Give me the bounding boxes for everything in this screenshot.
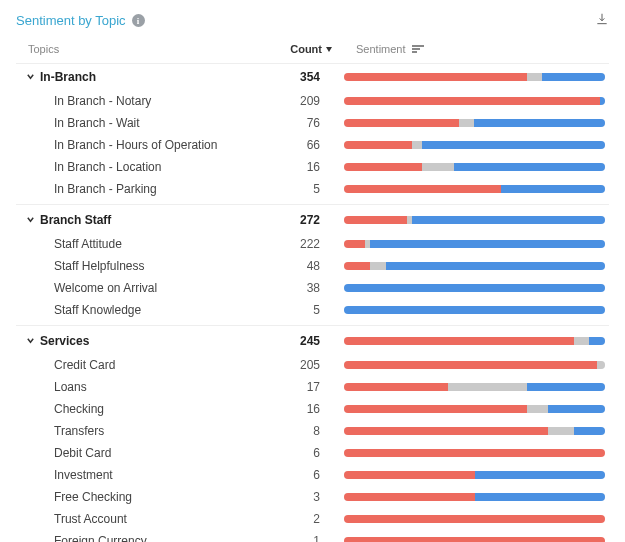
info-icon[interactable]: i	[132, 14, 145, 27]
chevron-down-icon	[22, 334, 38, 348]
group-row[interactable]: Branch Staff 272	[16, 207, 609, 233]
topic-count: 222	[274, 237, 320, 251]
col-header-count-label: Count	[290, 43, 322, 55]
group-count: 245	[274, 334, 320, 348]
column-headers: Topics Count Sentiment	[16, 37, 609, 64]
sentiment-bar	[344, 537, 605, 542]
topic-rows-container: In-Branch 354 In Branch - Notary 209 In …	[16, 64, 609, 542]
topic-row[interactable]: Welcome on Arrival 38	[16, 277, 609, 299]
topic-label: Checking	[54, 402, 104, 416]
sentiment-bar	[344, 216, 605, 224]
sentiment-bar	[344, 361, 605, 369]
topic-count: 3	[274, 490, 320, 504]
sentiment-bar	[344, 471, 605, 479]
topic-row[interactable]: In Branch - Wait 76	[16, 112, 609, 134]
sentiment-bar	[344, 449, 605, 457]
topic-count: 76	[274, 116, 320, 130]
topic-count: 16	[274, 160, 320, 174]
col-header-count[interactable]: Count	[274, 43, 332, 55]
sentiment-bar	[344, 73, 605, 81]
col-header-topics[interactable]: Topics	[28, 43, 274, 55]
sentiment-bar	[344, 405, 605, 413]
group-label: In-Branch	[40, 70, 96, 84]
topic-label: In Branch - Parking	[54, 182, 157, 196]
sentiment-bar	[344, 163, 605, 171]
topic-label: Staff Knowledge	[54, 303, 141, 317]
topic-count: 38	[274, 281, 320, 295]
topic-count: 5	[274, 182, 320, 196]
topic-row[interactable]: Checking 16	[16, 398, 609, 420]
topic-row[interactable]: Trust Account 2	[16, 508, 609, 530]
topic-count: 16	[274, 402, 320, 416]
topic-label: In Branch - Hours of Operation	[54, 138, 217, 152]
sentiment-bar	[344, 185, 605, 193]
topic-label: Staff Attitude	[54, 237, 122, 251]
col-header-sentiment[interactable]: Sentiment	[332, 43, 424, 55]
topic-count: 1	[274, 534, 320, 542]
topic-count: 209	[274, 94, 320, 108]
topic-label: Transfers	[54, 424, 104, 438]
sentiment-bar	[344, 306, 605, 314]
topic-count: 205	[274, 358, 320, 372]
topic-label: Welcome on Arrival	[54, 281, 157, 295]
widget-title[interactable]: Sentiment by Topic	[16, 13, 126, 28]
sentiment-bar	[344, 337, 605, 345]
topic-row[interactable]: In Branch - Notary 209	[16, 90, 609, 112]
topic-row[interactable]: Debit Card 6	[16, 442, 609, 464]
topic-label: Free Checking	[54, 490, 132, 504]
sentiment-bar	[344, 119, 605, 127]
sentiment-bar	[344, 262, 605, 270]
group-row[interactable]: Services 245	[16, 328, 609, 354]
download-icon[interactable]	[595, 12, 609, 29]
topic-label: In Branch - Location	[54, 160, 161, 174]
topic-label: Foreign Currency	[54, 534, 147, 542]
widget-header: Sentiment by Topic i	[16, 12, 609, 29]
topic-label: Debit Card	[54, 446, 111, 460]
topic-count: 2	[274, 512, 320, 526]
sentiment-bar	[344, 515, 605, 523]
topic-row[interactable]: Credit Card 205	[16, 354, 609, 376]
topic-label: Staff Helpfulness	[54, 259, 145, 273]
sentiment-bar	[344, 141, 605, 149]
topic-label: In Branch - Notary	[54, 94, 151, 108]
topic-count: 66	[274, 138, 320, 152]
topic-count: 48	[274, 259, 320, 273]
topic-row[interactable]: In Branch - Hours of Operation 66	[16, 134, 609, 156]
group-label: Branch Staff	[40, 213, 111, 227]
topic-row[interactable]: Staff Attitude 222	[16, 233, 609, 255]
topic-row[interactable]: In Branch - Location 16	[16, 156, 609, 178]
topic-count: 6	[274, 446, 320, 460]
group-count: 272	[274, 213, 320, 227]
topic-count: 8	[274, 424, 320, 438]
sentiment-bar	[344, 284, 605, 292]
group-label: Services	[40, 334, 89, 348]
topic-row[interactable]: Loans 17	[16, 376, 609, 398]
group-row[interactable]: In-Branch 354	[16, 64, 609, 90]
sentiment-bar	[344, 493, 605, 501]
group-count: 354	[274, 70, 320, 84]
topic-label: In Branch - Wait	[54, 116, 140, 130]
sentiment-bar	[344, 97, 605, 105]
sentiment-bar	[344, 427, 605, 435]
topic-row[interactable]: Staff Knowledge 5	[16, 299, 609, 321]
topic-row[interactable]: Investment 6	[16, 464, 609, 486]
topic-label: Trust Account	[54, 512, 127, 526]
chevron-down-icon	[22, 70, 38, 84]
col-header-sentiment-label: Sentiment	[356, 43, 406, 55]
topic-row[interactable]: Staff Helpfulness 48	[16, 255, 609, 277]
sentiment-bar	[344, 383, 605, 391]
topic-count: 5	[274, 303, 320, 317]
chevron-down-icon	[22, 213, 38, 227]
filter-icon	[412, 44, 424, 55]
topic-label: Loans	[54, 380, 87, 394]
sentiment-bar	[344, 240, 605, 248]
topic-row[interactable]: In Branch - Parking 5	[16, 178, 609, 200]
topic-label: Credit Card	[54, 358, 115, 372]
topic-row[interactable]: Foreign Currency 1	[16, 530, 609, 542]
topic-label: Investment	[54, 468, 113, 482]
topic-count: 6	[274, 468, 320, 482]
topic-row[interactable]: Transfers 8	[16, 420, 609, 442]
topic-row[interactable]: Free Checking 3	[16, 486, 609, 508]
topic-count: 17	[274, 380, 320, 394]
